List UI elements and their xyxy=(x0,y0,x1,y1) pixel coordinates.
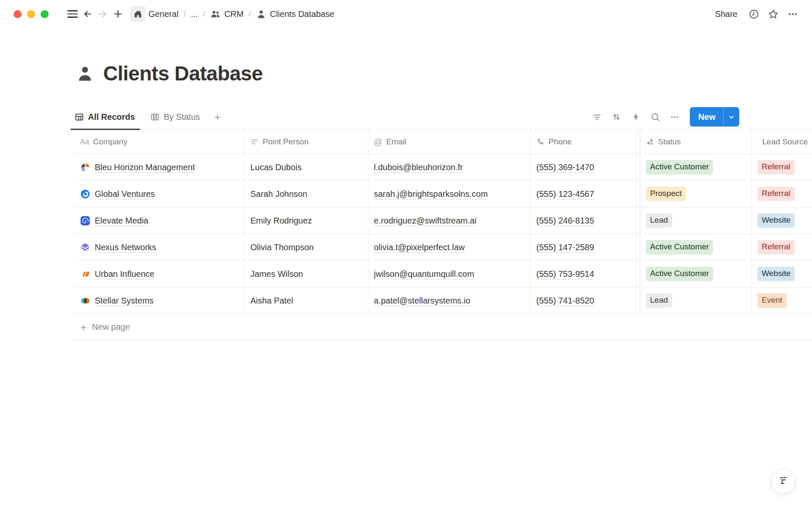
email-cell[interactable]: a.patel@stellarsystems.io xyxy=(368,287,531,314)
phone-link[interactable]: (555) 147-2589 xyxy=(536,243,594,252)
phone-cell[interactable]: (555) 246-8135 xyxy=(531,207,636,234)
email-cell[interactable]: olivia.t@pixelperfect.law xyxy=(368,234,531,260)
email-link[interactable]: a.patel@stellarsystems.io xyxy=(374,296,470,306)
phone-cell[interactable]: (555) 753-9514 xyxy=(531,261,636,287)
column-header-point-person[interactable]: Point Person xyxy=(245,130,368,154)
phone-link[interactable]: (555) 741-8520 xyxy=(536,296,594,306)
breadcrumb-item-ellipsis[interactable]: ... xyxy=(188,8,200,21)
company-cell[interactable]: Nexus Networks xyxy=(74,234,245,260)
email-link[interactable]: l.dubois@bleuhorizon.fr xyxy=(374,163,463,172)
filter-icon xyxy=(592,112,602,122)
forward-button[interactable] xyxy=(95,6,110,22)
column-header-status[interactable]: Status xyxy=(640,130,752,154)
phone-link[interactable]: (555) 369-1470 xyxy=(536,163,594,172)
page-person-icon[interactable] xyxy=(75,64,95,83)
phone-link[interactable]: (555) 753-9514 xyxy=(536,269,594,279)
lead-source-cell[interactable]: Referral xyxy=(752,154,812,180)
company-name-link[interactable]: Bleu Horizon Management xyxy=(95,163,195,172)
company-cell[interactable]: Elevate Media xyxy=(74,207,245,234)
status-cell[interactable]: Active Customer xyxy=(640,234,752,260)
lead-source-cell[interactable]: Referral xyxy=(752,234,812,260)
phone-link[interactable]: (555) 246-8135 xyxy=(536,216,594,226)
phone-cell[interactable]: (555) 123-4567 xyxy=(531,181,636,207)
column-header-lead-source[interactable]: Lead Source xyxy=(752,130,812,154)
phone-cell[interactable]: (555) 147-2589 xyxy=(531,234,636,260)
breadcrumb-item-crm[interactable]: CRM xyxy=(208,7,246,21)
phone-link[interactable]: (555) 123-4567 xyxy=(536,189,594,199)
sidebar-menu-icon[interactable] xyxy=(65,6,80,22)
point-person-cell[interactable]: Emily Rodriguez xyxy=(245,207,368,234)
history-button[interactable] xyxy=(746,6,761,22)
new-tab-button[interactable] xyxy=(110,6,126,22)
notion-ai-button[interactable] xyxy=(771,469,796,494)
page-title[interactable]: Clients Database xyxy=(103,62,263,85)
column-header-phone[interactable]: Phone xyxy=(531,130,636,154)
traffic-lights xyxy=(14,10,49,18)
email-link[interactable]: sarah.j@brightsparksolns.com xyxy=(374,189,488,199)
more-options-button[interactable] xyxy=(785,6,800,22)
phone-cell[interactable]: (555) 369-1470 xyxy=(531,154,636,180)
lead-source-cell[interactable]: Website xyxy=(752,261,812,287)
email-link[interactable]: jwilson@quantumquill.com xyxy=(374,269,474,279)
column-header-company[interactable]: Aa Company xyxy=(74,130,245,154)
email-cell[interactable]: sarah.j@brightsparksolns.com xyxy=(368,181,531,207)
status-cell[interactable]: Lead xyxy=(640,207,752,234)
lightning-icon xyxy=(631,112,641,122)
add-view-button[interactable]: + xyxy=(213,110,222,124)
status-cell[interactable]: Active Customer xyxy=(640,261,752,287)
home-breadcrumb-button[interactable] xyxy=(130,6,146,22)
new-record-button[interactable]: New xyxy=(690,107,724,127)
point-person-cell[interactable]: Olivia Thompson xyxy=(245,234,368,260)
clock-icon xyxy=(748,8,760,20)
close-window-button[interactable] xyxy=(14,10,22,18)
filter-button[interactable] xyxy=(589,109,605,125)
company-name-link[interactable]: Stellar Systems xyxy=(95,296,154,306)
company-cell[interactable]: Global Ventures xyxy=(74,181,245,207)
email-link[interactable]: e.rodriguez@swiftstream.ai xyxy=(374,216,477,226)
company-cell[interactable]: Bleu Horizon Management xyxy=(74,154,245,180)
favorite-button[interactable] xyxy=(765,6,781,22)
point-person-value: Aisha Patel xyxy=(250,296,293,306)
email-link[interactable]: olivia.t@pixelperfect.law xyxy=(374,243,465,252)
status-cell[interactable]: Lead xyxy=(640,287,752,314)
new-page-row[interactable]: + New page xyxy=(74,314,812,340)
company-name-link[interactable]: Nexus Networks xyxy=(95,243,156,252)
status-cell[interactable]: Active Customer xyxy=(640,154,752,180)
company-cell[interactable]: Stellar Systems xyxy=(74,287,245,314)
table-row: Stellar Systems Aisha Patel a.patel@stel… xyxy=(74,287,812,314)
phone-cell[interactable]: (555) 741-8520 xyxy=(531,287,636,314)
company-cell[interactable]: Urban Influence xyxy=(74,261,245,287)
lead-source-cell[interactable]: Website xyxy=(752,207,812,234)
email-cell[interactable]: e.rodriguez@swiftstream.ai xyxy=(368,207,531,234)
breadcrumb-item-clients-database[interactable]: Clients Database xyxy=(253,7,337,21)
tab-all-records[interactable]: All Records xyxy=(74,104,135,130)
company-name-link[interactable]: Elevate Media xyxy=(95,216,148,226)
share-button[interactable]: Share xyxy=(711,7,742,21)
lead-source-cell[interactable]: Event xyxy=(752,287,812,314)
minimize-window-button[interactable] xyxy=(27,10,35,18)
arrow-left-icon xyxy=(82,8,93,19)
person-icon xyxy=(256,9,266,19)
new-record-dropdown-button[interactable] xyxy=(724,107,739,127)
back-button[interactable] xyxy=(80,6,95,22)
company-name-link[interactable]: Global Ventures xyxy=(95,189,155,199)
sort-button[interactable] xyxy=(609,109,625,125)
clients-table: Aa Company Point Person @ Email Phone St… xyxy=(74,130,812,340)
lead-source-cell[interactable]: Referral xyxy=(752,181,812,207)
zoom-window-button[interactable] xyxy=(41,10,49,18)
column-label: Point Person xyxy=(263,137,309,146)
email-cell[interactable]: jwilson@quantumquill.com xyxy=(368,261,531,287)
point-person-cell[interactable]: Lucas Dubois xyxy=(245,154,368,180)
automations-button[interactable] xyxy=(628,109,644,125)
email-cell[interactable]: l.dubois@bleuhorizon.fr xyxy=(368,154,531,180)
point-person-cell[interactable]: James Wilson xyxy=(245,261,368,287)
point-person-cell[interactable]: Aisha Patel xyxy=(245,287,368,314)
breadcrumb-item-general[interactable]: General xyxy=(146,8,181,21)
point-person-cell[interactable]: Sarah Johnson xyxy=(245,181,368,207)
column-header-email[interactable]: @ Email xyxy=(368,130,531,154)
status-cell[interactable]: Prospect xyxy=(640,181,752,207)
search-button[interactable] xyxy=(647,109,664,125)
tab-by-status[interactable]: By Status xyxy=(150,104,200,130)
company-name-link[interactable]: Urban Influence xyxy=(95,269,154,279)
view-more-button[interactable] xyxy=(667,109,683,125)
